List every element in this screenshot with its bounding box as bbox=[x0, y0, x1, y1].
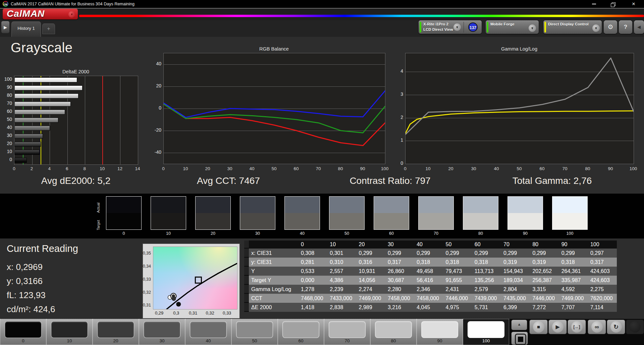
table-column-header: 80 bbox=[530, 240, 559, 249]
table-row-handle[interactable] bbox=[244, 258, 249, 267]
app-icon: CM bbox=[3, 1, 8, 7]
table-cell: 0,299 bbox=[472, 249, 501, 258]
title-bar: CM CalMAN 2017 CalMAN Ultimate for Busin… bbox=[0, 0, 644, 8]
continuous-measure-button[interactable]: ∞ bbox=[588, 320, 606, 334]
table-cell: 5,731 bbox=[472, 303, 501, 312]
calman-app: CM CalMAN 2017 CalMAN Ultimate for Busin… bbox=[0, 0, 644, 345]
deltae-bar bbox=[14, 150, 40, 155]
pattern-button-60[interactable]: 60 bbox=[278, 319, 324, 345]
pattern-button-50[interactable]: 50 bbox=[231, 319, 278, 345]
deltae-bar bbox=[14, 142, 41, 147]
table-cell: 10,931 bbox=[357, 267, 385, 276]
grayscale-swatch bbox=[106, 196, 142, 230]
tab-history-1[interactable]: History 1 bbox=[11, 21, 41, 37]
table-cell: 0,318 bbox=[472, 258, 501, 267]
meter-dropdown-icon[interactable]: ▼ bbox=[453, 23, 461, 31]
table-column-header: 90 bbox=[559, 240, 588, 249]
table-cell: 2,346 bbox=[414, 285, 443, 294]
table-row-handle[interactable] bbox=[244, 249, 249, 258]
minimize-button[interactable] bbox=[586, 0, 602, 8]
display-control-accent bbox=[544, 22, 546, 32]
maximize-button[interactable] bbox=[606, 0, 621, 8]
pattern-button-70[interactable]: 70 bbox=[324, 319, 370, 345]
swatch-target bbox=[106, 213, 141, 229]
table-cell: 7433,000 bbox=[327, 294, 356, 303]
calman-logo-text: CalMAN bbox=[7, 8, 45, 19]
minimize-icon bbox=[592, 4, 596, 4]
table-row-handle[interactable] bbox=[244, 285, 249, 294]
play-button[interactable]: ▶ bbox=[548, 320, 567, 334]
display-control-dropdown-icon[interactable]: ▼ bbox=[592, 24, 600, 32]
window-title: CalMAN 2017 CalMAN Ultimate for Business… bbox=[11, 0, 135, 8]
dark-circle-icon bbox=[629, 321, 641, 333]
ytick-label: -20 bbox=[149, 127, 161, 133]
window-pattern-button[interactable] bbox=[511, 332, 528, 345]
pattern-swatch bbox=[144, 321, 180, 338]
rgb-chart-title: RGB Balance bbox=[259, 46, 289, 52]
help-button[interactable]: ? bbox=[619, 20, 632, 34]
table-cell: 7620,000 bbox=[588, 294, 617, 303]
swatch-label: 70 bbox=[418, 231, 454, 236]
pattern-button-100[interactable]: 100 bbox=[463, 319, 509, 345]
swatch-target bbox=[240, 213, 275, 229]
display-control-dropdown[interactable]: Direct Display Control ▼ bbox=[543, 20, 602, 34]
single-measure-button[interactable]: [↔] bbox=[568, 320, 586, 334]
pattern-swatch bbox=[282, 321, 319, 338]
swatch-actual bbox=[374, 197, 409, 213]
swatch-label: 100 bbox=[552, 231, 588, 236]
table-cell: 7458,000 bbox=[385, 294, 414, 303]
swatch-label: 40 bbox=[284, 231, 320, 236]
pattern-button-20[interactable]: 20 bbox=[93, 319, 139, 345]
pattern-button-30[interactable]: 30 bbox=[139, 319, 185, 345]
table-row-handle[interactable] bbox=[244, 294, 249, 303]
table-cell: 0,000 bbox=[299, 276, 327, 285]
source-dropdown-icon[interactable]: ▼ bbox=[529, 24, 536, 32]
pattern-button-80[interactable]: 80 bbox=[370, 319, 417, 345]
add-tab-button[interactable]: + bbox=[42, 23, 55, 34]
table-cell: 7,707 bbox=[559, 303, 588, 312]
pattern-button-0[interactable]: 0 bbox=[0, 319, 46, 345]
table-cell: 0,299 bbox=[501, 249, 530, 258]
table-column-header: 40 bbox=[414, 240, 443, 249]
collapse-toolbar-button[interactable]: ◀ bbox=[634, 20, 644, 34]
table-cell: 7446,000 bbox=[530, 294, 559, 303]
table-cell: 0,318 bbox=[414, 258, 443, 267]
xtick-label: 50 bbox=[517, 166, 522, 171]
close-button[interactable]: × bbox=[626, 0, 641, 8]
xtick-label: 40 bbox=[494, 166, 499, 171]
pattern-button-90[interactable]: 90 bbox=[417, 319, 463, 345]
chevron-up-icon: ▲ bbox=[512, 322, 527, 326]
settings-button[interactable]: ⚙ bbox=[604, 20, 617, 34]
deltae-xtick-label: 8 bbox=[84, 166, 86, 171]
tab-scroll-button[interactable]: ▶ bbox=[1, 21, 10, 33]
table-row-label: CCT bbox=[249, 294, 299, 303]
source-dropdown[interactable]: Mobile Forge ▼ bbox=[486, 20, 539, 34]
table-row-handle[interactable] bbox=[244, 276, 249, 285]
table-corner-label bbox=[249, 240, 299, 249]
table-cell: 0,318 bbox=[559, 258, 588, 267]
table-cell: 0,308 bbox=[299, 249, 327, 258]
deltae-bar bbox=[14, 158, 27, 163]
pattern-label: 80 bbox=[371, 338, 416, 343]
swatch-actual bbox=[329, 197, 364, 213]
pattern-button-10[interactable]: 10 bbox=[46, 319, 93, 345]
deltae-xtick-label: 6 bbox=[66, 166, 68, 171]
table-column-header: 70 bbox=[501, 240, 530, 249]
table-row-handle[interactable] bbox=[244, 303, 249, 312]
meter-dropdown[interactable]: X-Rite i1Pro 2 LCD Direct View ▼ 137 bbox=[419, 20, 482, 34]
swatch-label: 20 bbox=[195, 231, 231, 236]
table-row-handle[interactable] bbox=[244, 267, 249, 276]
ytick-label: 0 bbox=[391, 160, 403, 166]
table-cell: 0,281 bbox=[299, 258, 327, 267]
table-cell: 2,239 bbox=[327, 285, 356, 294]
swatch-label: 0 bbox=[106, 231, 142, 236]
loop-button[interactable]: ↻ bbox=[607, 320, 625, 334]
calman-logo-button[interactable]: CalMAN ▼ bbox=[3, 9, 78, 19]
collapse-pattern-bar-button[interactable]: ▲ bbox=[511, 320, 527, 330]
pattern-button-40[interactable]: 40 bbox=[185, 319, 231, 345]
stop-button[interactable]: ■ bbox=[529, 320, 548, 334]
deltae-ytick-label: 60 bbox=[0, 109, 12, 114]
table-cell: 135,256 bbox=[472, 276, 501, 285]
deltae-ytick-label: 40 bbox=[0, 125, 12, 130]
logo-dropdown-icon[interactable]: ▼ bbox=[68, 11, 75, 18]
